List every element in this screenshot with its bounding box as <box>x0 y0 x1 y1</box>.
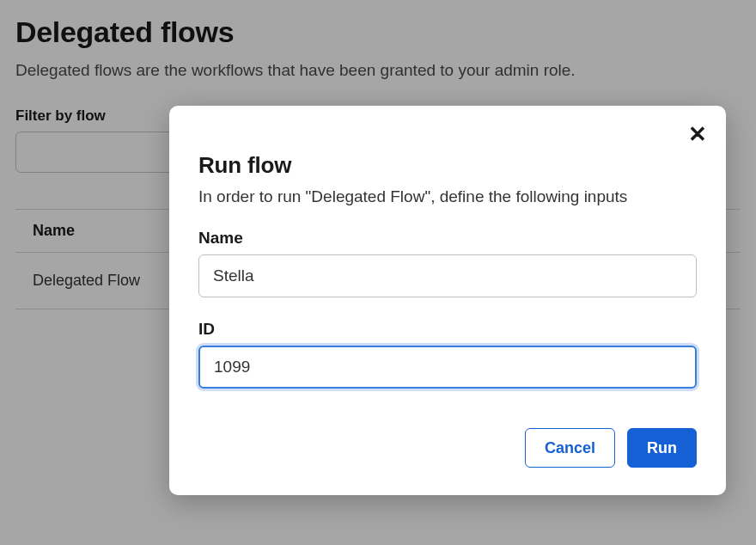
name-field-group: Name <box>198 229 697 297</box>
id-input[interactable] <box>198 346 697 389</box>
name-label: Name <box>198 229 697 248</box>
run-flow-modal: ✕ Run flow In order to run "Delegated Fl… <box>169 106 726 495</box>
modal-subtitle: In order to run "Delegated Flow", define… <box>198 187 697 206</box>
name-input[interactable] <box>198 254 697 297</box>
id-field-group: ID <box>198 320 697 389</box>
close-icon[interactable]: ✕ <box>688 123 707 145</box>
modal-title: Run flow <box>198 152 697 179</box>
cancel-button[interactable]: Cancel <box>525 428 615 468</box>
id-label: ID <box>198 320 697 339</box>
modal-actions: Cancel Run <box>198 428 697 468</box>
run-button[interactable]: Run <box>627 428 697 468</box>
